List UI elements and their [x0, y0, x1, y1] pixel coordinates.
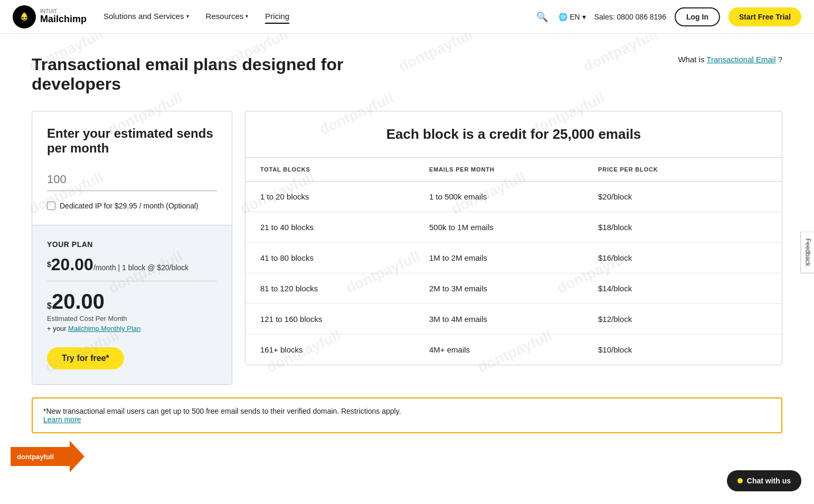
table-row: 1 to 20 blocks 1 to 500k emails $20/bloc…	[245, 182, 782, 212]
left-card-top: Enter your estimated sends per month Ded…	[32, 111, 232, 225]
col-header-price: PRICE PER BLOCK	[598, 166, 767, 173]
estimated-dollar-sign: $	[47, 301, 52, 311]
search-button[interactable]: 🔍	[534, 9, 550, 25]
pricing-container: Enter your estimated sends per month Ded…	[32, 111, 782, 385]
cell-blocks: 81 to 120 blocks	[260, 284, 429, 293]
navbar-left: INTUIT Mailchimp Solutions and Services …	[13, 5, 289, 28]
footer-note-text: *New transactional email users can get u…	[43, 407, 401, 415]
plan-dollar-sign: $	[47, 260, 51, 269]
chevron-down-icon: ▾	[186, 13, 189, 19]
estimated-amount-display: $ 20.00	[47, 290, 217, 313]
dedicated-ip-label: Dedicated IP for $29.95 / month (Optiona…	[60, 202, 198, 210]
mailchimp-plan-row: + your Mailchimp Monthly Plan	[47, 325, 217, 332]
cell-blocks: 1 to 20 blocks	[260, 192, 429, 201]
nav-pricing-label: Pricing	[265, 12, 289, 21]
cell-emails: 1 to 500k emails	[429, 192, 598, 201]
page-header: Transactional email plans designed for d…	[32, 55, 782, 94]
estimated-cost-label: Estimated Cost Per Month	[47, 315, 217, 322]
plan-price-big: 20.00	[51, 255, 93, 274]
cell-price: $18/block	[598, 223, 767, 232]
cell-emails: 4M+ emails	[429, 345, 598, 354]
plan-price-row: $20.00/month | 1 block @ $20/block	[47, 255, 217, 281]
transactional-link-area: What is Transactional Email ?	[678, 55, 782, 64]
svg-point-1	[22, 17, 24, 18]
nav-solutions[interactable]: Solutions and Services ▾	[103, 9, 189, 24]
logo-icon	[13, 5, 36, 28]
col-header-emails: EMAILS PER MONTH	[429, 166, 598, 173]
lang-label: EN	[570, 13, 580, 21]
nav-pricing[interactable]: Pricing	[265, 9, 289, 24]
table-row: 81 to 120 blocks 2M to 3M emails $14/blo…	[245, 273, 782, 304]
table-row: 21 to 40 blocks 500k to 1M emails $18/bl…	[245, 212, 782, 243]
cell-emails: 2M to 3M emails	[429, 284, 598, 293]
cell-price: $10/block	[598, 345, 767, 354]
estimated-cost: $ 20.00 Estimated Cost Per Month + your …	[47, 290, 217, 332]
cell-price: $12/block	[598, 315, 767, 324]
table-row: 161+ blocks 4M+ emails $10/block	[245, 335, 782, 365]
cell-blocks: 21 to 40 blocks	[260, 223, 429, 232]
card-title: Enter your estimated sends per month	[47, 126, 217, 156]
dedicated-ip-checkbox[interactable]	[47, 202, 55, 210]
estimated-amount-value: 20.00	[52, 290, 105, 313]
chevron-down-icon: ▾	[245, 13, 248, 19]
right-pricing-card: Each block is a credit for 25,000 emails…	[245, 111, 782, 365]
right-card-header: Each block is a credit for 25,000 emails	[245, 111, 782, 157]
cell-blocks: 121 to 160 blocks	[260, 315, 429, 324]
transactional-email-link[interactable]: Transactional Email	[706, 55, 775, 64]
logo-text: INTUIT Mailchimp	[40, 8, 87, 25]
cell-emails: 3M to 4M emails	[429, 315, 598, 324]
navbar-right: 🔍 🌐 EN ▾ Sales: 0800 086 8196 Log In Sta…	[534, 7, 801, 26]
learn-more-link[interactable]: Learn more	[43, 415, 81, 424]
logo[interactable]: INTUIT Mailchimp	[13, 5, 87, 28]
your-plan-label: Your Plan	[47, 240, 217, 249]
nav-solutions-label: Solutions and Services	[103, 12, 184, 21]
search-icon: 🔍	[536, 12, 548, 22]
col-header-blocks: TOTAL BLOCKS	[260, 166, 429, 173]
plus-your-text: + your	[47, 325, 68, 332]
cell-blocks: 161+ blocks	[260, 345, 429, 354]
cell-price: $14/block	[598, 284, 767, 293]
what-is-prefix: What is	[678, 55, 706, 64]
plan-price-details: /month | 1 block @ $20/block	[93, 263, 189, 272]
login-button[interactable]: Log In	[675, 7, 720, 26]
chevron-down-icon: ▾	[582, 13, 586, 21]
dedicated-ip-row: Dedicated IP for $29.95 / month (Optiona…	[47, 202, 217, 210]
footer-note: *New transactional email users can get u…	[32, 397, 782, 433]
left-pricing-card: Enter your estimated sends per month Ded…	[32, 111, 232, 385]
language-selector[interactable]: 🌐 EN ▾	[559, 13, 585, 21]
table-headers: TOTAL BLOCKS EMAILS PER MONTH PRICE PER …	[245, 157, 782, 182]
feedback-label: Feedback	[804, 238, 812, 266]
what-is-suffix: ?	[778, 55, 782, 64]
cell-price: $20/block	[598, 192, 767, 201]
sends-per-month-input[interactable]	[47, 168, 217, 191]
nav-resources-label: Resources	[206, 12, 244, 21]
logo-mailchimp-text: Mailchimp	[40, 14, 87, 25]
main-content: Transactional email plans designed for d…	[0, 34, 814, 465]
table-row: 41 to 80 blocks 1M to 2M emails $16/bloc…	[245, 243, 782, 273]
table-row: 121 to 160 blocks 3M to 4M emails $12/bl…	[245, 304, 782, 335]
cell-emails: 1M to 2M emails	[429, 253, 598, 262]
navbar: INTUIT Mailchimp Solutions and Services …	[0, 0, 814, 34]
nav-resources[interactable]: Resources ▾	[206, 9, 249, 24]
cell-emails: 500k to 1M emails	[429, 223, 598, 232]
cell-price: $16/block	[598, 253, 767, 262]
mailchimp-monthly-plan-link[interactable]: Mailchimp Monthly Plan	[68, 325, 140, 332]
try-for-free-button[interactable]: Try for free*	[47, 347, 124, 369]
globe-icon: 🌐	[559, 13, 567, 21]
sales-number: Sales: 0800 086 8196	[594, 13, 666, 21]
start-trial-button[interactable]: Start Free Trial	[728, 7, 801, 26]
left-card-bottom: Your Plan $20.00/month | 1 block @ $20/b…	[32, 225, 232, 384]
right-card-title: Each block is a credit for 25,000 emails	[260, 126, 767, 142]
pricing-table-body: 1 to 20 blocks 1 to 500k emails $20/bloc…	[245, 182, 782, 365]
page-title: Transactional email plans designed for d…	[32, 55, 348, 94]
feedback-tab[interactable]: Feedback	[801, 231, 814, 273]
cell-blocks: 41 to 80 blocks	[260, 253, 429, 262]
svg-point-2	[25, 17, 26, 18]
